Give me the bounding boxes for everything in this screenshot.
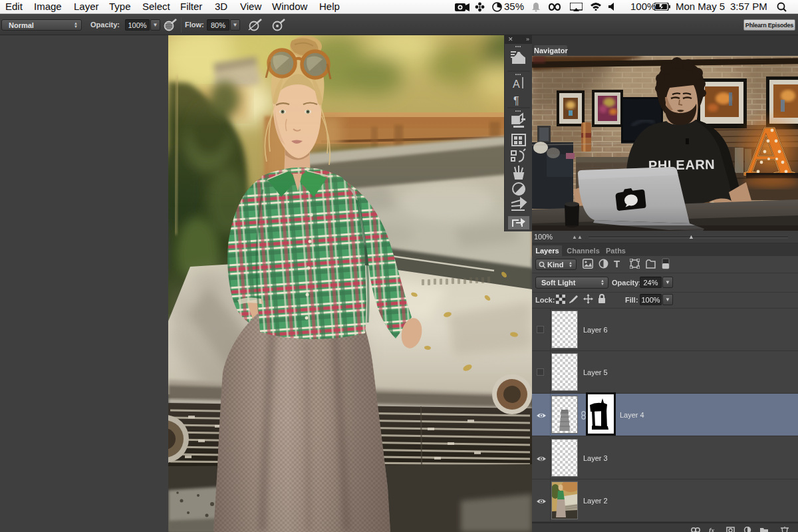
svg-text:¶: ¶ (513, 95, 519, 106)
svg-text:A: A (513, 78, 520, 90)
svg-text:fx: fx (709, 527, 714, 532)
